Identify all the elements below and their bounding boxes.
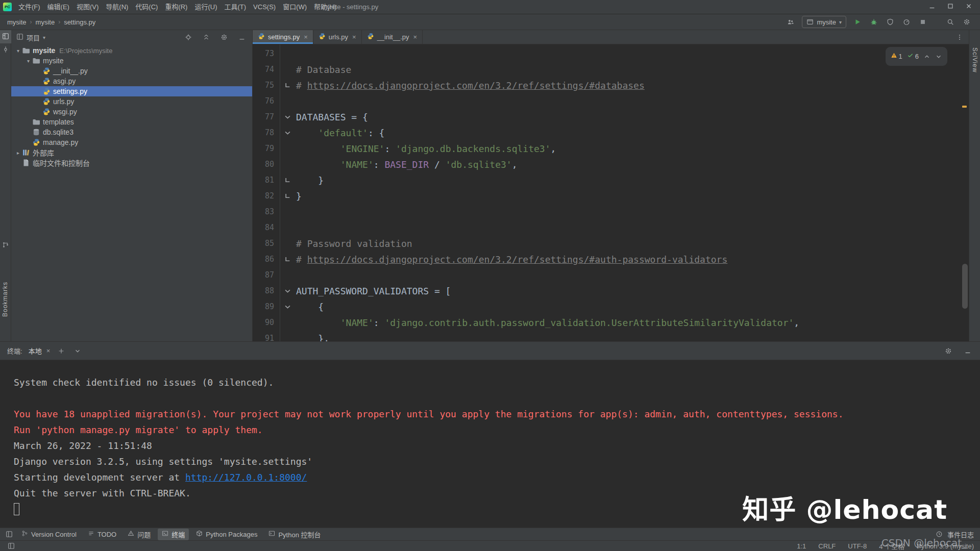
close-window-button[interactable]: [961, 0, 977, 14]
tool-window-button-问题[interactable]: 问题: [124, 529, 155, 540]
fold-marker-icon[interactable]: [279, 125, 296, 141]
tree-item-临时文件和控制台[interactable]: 临时文件和控制台: [11, 158, 252, 168]
tree-item-mysite[interactable]: ▾mysite: [11, 56, 252, 66]
terminal-tab-local[interactable]: 本地 ×: [29, 346, 51, 356]
code-line-75[interactable]: 75# https://docs.djangoproject.com/en/3.…: [253, 78, 969, 93]
close-icon[interactable]: ×: [304, 33, 308, 41]
tree-item-settings.py[interactable]: settings.py: [11, 86, 252, 96]
code-line-86[interactable]: 86# https://docs.djangoproject.com/en/3.…: [253, 252, 969, 267]
terminal-output[interactable]: System check identified no issues (0 sil…: [0, 360, 980, 528]
code-line-80[interactable]: 80 'NAME': BASE_DIR / 'db.sqlite3',: [253, 157, 969, 172]
fold-marker-icon[interactable]: [279, 109, 296, 125]
chevron-right-icon[interactable]: ▸: [14, 150, 22, 156]
toolwindow-switcher-icon[interactable]: [6, 541, 16, 551]
code-line-78[interactable]: 78 'default': {: [253, 125, 969, 141]
search-button[interactable]: [945, 17, 955, 27]
code-line-88[interactable]: 88AUTH_PASSWORD_VALIDATORS = [: [253, 283, 969, 299]
status-item-4[interactable]: Python 3.9 (mysite): [917, 542, 974, 550]
menu-item-9[interactable]: 窗口(W): [279, 0, 310, 14]
code-line-81[interactable]: 81 }: [253, 172, 969, 188]
debug-button[interactable]: [869, 17, 879, 27]
settings-button[interactable]: [219, 32, 229, 42]
code-line-82[interactable]: 82}: [253, 188, 969, 204]
menu-item-0[interactable]: 文件(F): [15, 0, 44, 14]
fold-marker-icon[interactable]: [279, 188, 296, 204]
toolwindow-switcher-icon[interactable]: [4, 529, 14, 539]
structure-tool-button[interactable]: [0, 239, 11, 252]
status-item-0[interactable]: 1:1: [797, 542, 806, 550]
run-config-select[interactable]: mysite ▾: [802, 16, 846, 28]
menu-item-3[interactable]: 导航(N): [102, 0, 132, 14]
commit-tool-button[interactable]: [0, 43, 11, 57]
menu-item-1[interactable]: 编辑(E): [44, 0, 73, 14]
warning-stripe-mark[interactable]: [962, 106, 967, 108]
editor-scrollbar[interactable]: [962, 264, 968, 309]
menu-item-2[interactable]: 视图(V): [73, 0, 102, 14]
tree-item-templates[interactable]: templates: [11, 117, 252, 127]
chevron-up-icon[interactable]: [923, 53, 930, 60]
close-icon[interactable]: ×: [46, 347, 51, 355]
editor-tab-urls.py[interactable]: urls.py×: [313, 30, 362, 44]
chevron-down-icon[interactable]: ▾: [14, 48, 22, 54]
event-log-icon[interactable]: [934, 529, 944, 539]
server-url-link[interactable]: http://127.0.0.1:8000/: [185, 472, 307, 483]
tree-item-asgi.py[interactable]: asgi.py: [11, 76, 252, 86]
code-line-89[interactable]: 89 {: [253, 299, 969, 315]
editor-tab-__init__.py[interactable]: __init__.py×: [362, 30, 423, 44]
event-log-button[interactable]: 事件日志: [947, 530, 974, 539]
minimize-button[interactable]: [963, 346, 973, 356]
breadcrumb-item-0[interactable]: mysite: [6, 18, 28, 26]
breadcrumb-item-1[interactable]: mysite: [35, 18, 56, 26]
bookmarks-tool-button[interactable]: Bookmarks: [2, 282, 9, 317]
tool-window-button-终端[interactable]: 终端: [158, 529, 189, 540]
inspection-widget[interactable]: 1 6: [886, 47, 947, 66]
status-item-1[interactable]: CRLF: [818, 542, 836, 550]
fold-marker-icon[interactable]: [279, 172, 296, 188]
code-line-84[interactable]: 84: [253, 220, 969, 236]
code-with-me-button[interactable]: [786, 17, 796, 27]
code-line-74[interactable]: 74# Database: [253, 62, 969, 78]
project-panel-title[interactable]: 项目: [27, 33, 40, 42]
more-vertical-icon[interactable]: [954, 32, 965, 42]
coverage-button[interactable]: [885, 17, 895, 27]
tree-item-manage.py[interactable]: manage.py: [11, 137, 252, 147]
code-line-79[interactable]: 79 'ENGINE': 'django.db.backends.sqlite3…: [253, 141, 969, 157]
code-line-90[interactable]: 90 'NAME': 'django.contrib.auth.password…: [253, 315, 969, 331]
fold-marker-icon[interactable]: [279, 78, 296, 93]
run-button[interactable]: [852, 17, 863, 27]
minimize-window-button[interactable]: [924, 0, 940, 14]
code-line-87[interactable]: 87: [253, 267, 969, 283]
project-tool-button[interactable]: [0, 30, 11, 43]
chevron-down-icon[interactable]: [72, 346, 83, 356]
close-icon[interactable]: ×: [352, 33, 356, 41]
profiler-button[interactable]: [901, 17, 912, 27]
tree-item-wsgi.py[interactable]: wsgi.py: [11, 107, 252, 117]
code-editor[interactable]: 7374# Database75# https://docs.djangopro…: [253, 44, 969, 341]
breadcrumb-item-2[interactable]: settings.py: [63, 18, 96, 26]
status-item-2[interactable]: UTF-8: [848, 542, 867, 550]
settings-button[interactable]: [943, 346, 953, 356]
tree-item-外部库[interactable]: ▸外部库: [11, 147, 252, 158]
fold-marker-icon[interactable]: [279, 252, 296, 267]
tree-item-db.sqlite3[interactable]: db.sqlite3: [11, 127, 252, 137]
stop-button[interactable]: [918, 17, 928, 27]
tool-window-button-TODO[interactable]: TODO: [84, 529, 120, 539]
menu-item-7[interactable]: 工具(T): [220, 0, 250, 14]
chevron-down-icon[interactable]: ▾: [24, 58, 32, 64]
editor-tab-settings.py[interactable]: settings.py×: [253, 30, 313, 44]
fold-marker-icon[interactable]: [279, 299, 296, 315]
code-line-83[interactable]: 83: [253, 204, 969, 220]
status-item-3[interactable]: 4 个空格: [879, 541, 904, 551]
tree-item-urls.py[interactable]: urls.py: [11, 96, 252, 107]
collapse-all-button[interactable]: [201, 32, 211, 42]
code-line-85[interactable]: 85# Password validation: [253, 236, 969, 252]
menu-item-8[interactable]: VCS(S): [250, 0, 279, 14]
settings-button[interactable]: [962, 17, 972, 27]
chevron-down-icon[interactable]: [935, 53, 942, 60]
tool-window-button-Python Packages[interactable]: Python Packages: [192, 529, 261, 539]
tree-item-__init__.py[interactable]: __init__.py: [11, 66, 252, 76]
tool-window-button-Python 控制台[interactable]: Python 控制台: [264, 529, 325, 540]
fold-marker-icon[interactable]: [279, 283, 296, 299]
code-line-73[interactable]: 73: [253, 46, 969, 62]
menu-item-6[interactable]: 运行(U): [191, 0, 220, 14]
